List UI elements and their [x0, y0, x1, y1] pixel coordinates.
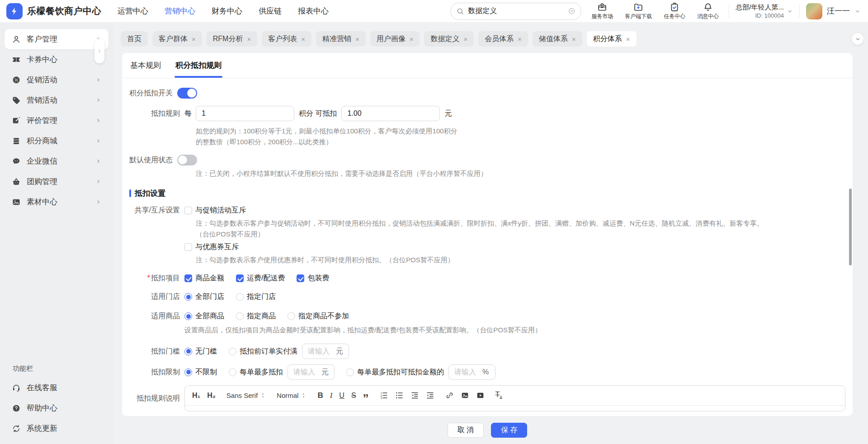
bold-button[interactable]: B [317, 392, 323, 399]
topbar-quick-action[interactable]: 服务市场 [591, 2, 613, 20]
topbar-quick-action[interactable]: 消息中心 [697, 2, 719, 20]
min-paid-radio[interactable]: 抵扣前订单实付满 [229, 347, 297, 356]
sidebar-item[interactable]: 企业微信 [5, 151, 108, 171]
radio-option[interactable]: 指定商品 [236, 312, 276, 321]
italic-button[interactable]: I [330, 392, 333, 399]
blockquote-button[interactable]: ” [363, 397, 369, 400]
app-logo-icon[interactable] [6, 3, 23, 19]
video-icon[interactable] [476, 391, 485, 400]
close-tab-icon[interactable] [626, 36, 630, 43]
deduction-switch-toggle[interactable] [177, 88, 197, 99]
sidebar-footer-item[interactable]: 帮助中心 [5, 398, 108, 418]
user-menu[interactable]: 汪一一 [806, 3, 861, 19]
sidebar-collapse-handle[interactable] [94, 39, 104, 63]
topnav-item[interactable]: 营销中心 [165, 6, 195, 16]
avatar[interactable] [806, 3, 822, 19]
workspace-tab[interactable]: 储值体系 [533, 31, 582, 47]
strikethrough-button[interactable]: S [351, 392, 356, 399]
radio-option[interactable]: 指定门店 [236, 292, 276, 302]
save-button[interactable]: 保 存 [491, 423, 527, 438]
workspace-tab[interactable]: 客户群体 [152, 31, 202, 47]
underline-button[interactable]: U [339, 392, 344, 399]
workspace-tab[interactable]: 会员体系 [478, 31, 528, 47]
sidebar-item[interactable]: 评价管理 [5, 110, 108, 131]
workspace-tab[interactable]: 数据定义 [424, 31, 474, 47]
topbar-quick-action[interactable]: 客户端下载 [625, 2, 652, 20]
org-switcher[interactable]: 总部/年轻人第... ID: 100004 [736, 3, 793, 19]
max-amount-field[interactable] [293, 368, 319, 376]
close-tab-icon[interactable] [410, 36, 414, 43]
font-select[interactable]: Sans Serif [226, 392, 266, 399]
vertical-scrollbar[interactable] [849, 189, 852, 265]
radio-option[interactable]: 全部商品 [184, 312, 224, 321]
max-percent-input[interactable]: % [448, 364, 495, 380]
global-search[interactable] [450, 3, 581, 20]
heading2-button[interactable]: H₂ [207, 392, 216, 399]
sidebar-footer-item[interactable]: 在线客服 [5, 378, 108, 398]
max-per-order-radio[interactable]: 每单最多抵扣 [229, 368, 283, 377]
radio-option[interactable]: 指定商品不参加 [288, 312, 349, 321]
points-input[interactable] [196, 106, 294, 121]
ordered-list-icon[interactable]: 123 [380, 391, 388, 400]
close-tab-icon[interactable] [518, 36, 522, 43]
max-percent-field[interactable] [454, 368, 480, 376]
amount-input[interactable] [341, 106, 440, 121]
threshold-amount-input[interactable]: 元 [302, 344, 349, 359]
content-tab[interactable]: 基本规则 [123, 53, 168, 78]
image-icon[interactable] [461, 391, 469, 400]
coupon-exclusive-checkbox[interactable]: 与优惠券互斥 [184, 242, 239, 252]
threshold-amount-field[interactable] [308, 347, 333, 355]
close-tab-icon[interactable] [192, 36, 196, 43]
tabbar-more-button[interactable] [852, 33, 863, 45]
checkbox-option[interactable]: 包装费 [297, 274, 329, 283]
link-icon[interactable] [445, 391, 454, 400]
size-select[interactable]: Normal [277, 392, 307, 399]
bullet-list-icon[interactable] [395, 391, 404, 400]
topnav-item[interactable]: 供应链 [259, 6, 282, 16]
workspace-tab[interactable]: 客户列表 [262, 31, 311, 47]
sidebar-item[interactable]: 团购管理 [5, 171, 108, 192]
amount-value-field[interactable] [347, 109, 434, 118]
checkbox-option[interactable]: 运费/配送费 [236, 274, 285, 283]
sidebar-item[interactable]: 积分商城 [5, 131, 108, 151]
clear-search-icon[interactable] [568, 7, 576, 15]
close-tab-icon[interactable] [463, 36, 467, 43]
workspace-tab[interactable]: 首页 [121, 31, 148, 47]
indent-icon[interactable] [426, 391, 434, 400]
clear-format-button[interactable]: Tx [495, 391, 502, 400]
deduction-rule-row: 抵扣规则 每 积分 可抵扣 元 [129, 106, 845, 121]
search-input[interactable] [468, 7, 564, 15]
close-tab-icon[interactable] [301, 36, 305, 43]
radio-option[interactable]: 全部门店 [184, 292, 224, 302]
close-tab-icon[interactable] [572, 36, 576, 43]
topnav-item[interactable]: 报表中心 [298, 6, 329, 16]
cancel-button[interactable]: 取 消 [448, 423, 484, 438]
sidebar-item[interactable]: 素材中心 [5, 192, 108, 212]
workspace-tab[interactable]: 积分体系 [587, 31, 637, 47]
no-limit-radio[interactable]: 不限制 [184, 368, 217, 377]
sidebar-item[interactable]: 卡券中心 [5, 49, 108, 70]
close-tab-icon[interactable] [247, 36, 251, 43]
content-tab[interactable]: 积分抵扣规则 [168, 53, 229, 78]
sidebar-item[interactable]: 促销活动 [5, 70, 108, 90]
checkbox-option[interactable]: 商品金额 [184, 274, 224, 283]
sidebar-item[interactable]: 客户管理 [5, 29, 108, 49]
rich-text-editor[interactable]: H₁ H₂ Sans Serif N [184, 385, 845, 411]
close-tab-icon[interactable] [355, 36, 359, 43]
sidebar-footer-item[interactable]: 系统更新 [5, 418, 108, 439]
workspace-tab[interactable]: RFM分析 [207, 31, 257, 47]
topbar-quick-action[interactable]: 任务中心 [664, 2, 685, 20]
max-amount-input[interactable]: 元 [288, 364, 335, 380]
outdent-icon[interactable] [410, 391, 419, 400]
max-percent-radio[interactable]: 每单最多抵扣可抵扣金额的 [346, 368, 444, 377]
topnav-item[interactable]: 财务中心 [212, 6, 242, 16]
points-value-field[interactable] [202, 109, 288, 118]
no-threshold-radio[interactable]: 无门槛 [184, 347, 217, 356]
default-state-toggle[interactable] [177, 155, 197, 165]
workspace-tab[interactable]: 精准营销 [316, 31, 366, 47]
promo-exclusive-checkbox[interactable]: 与促销活动互斥 [184, 206, 246, 215]
workspace-tab[interactable]: 用户画像 [370, 31, 420, 47]
topnav-item[interactable]: 运营中心 [118, 6, 148, 16]
sidebar-item[interactable]: 营销活动 [5, 90, 108, 110]
heading1-button[interactable]: H₁ [192, 392, 200, 399]
